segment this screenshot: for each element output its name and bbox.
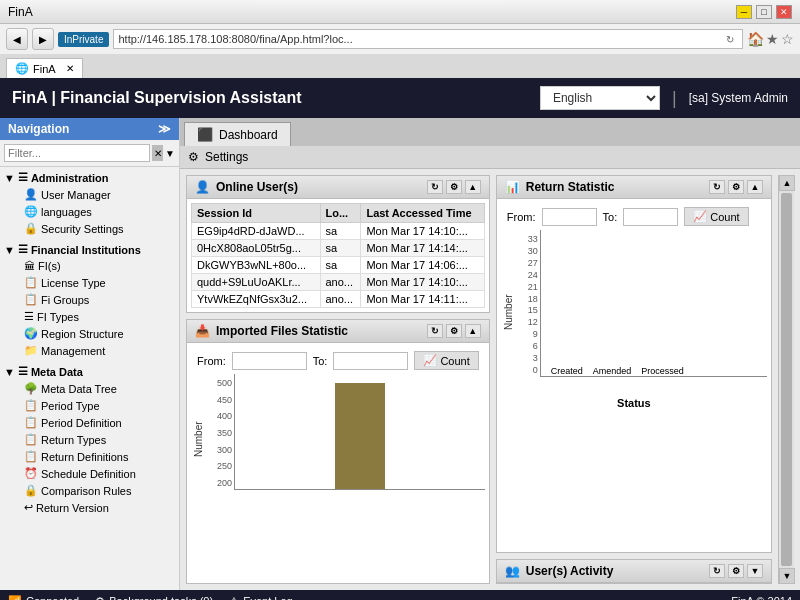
chart-icon: 📈 [423, 354, 437, 367]
cell-session: qudd+S9LuUoAKLr... [192, 274, 321, 291]
refresh-button[interactable]: ↻ [722, 34, 738, 45]
back-button[interactable]: ◀ [6, 28, 28, 50]
sidebar-item-fi-types[interactable]: ☰ FI Types [4, 308, 175, 325]
panel-expand-button[interactable]: ▲ [747, 180, 763, 194]
scroll-thumb[interactable] [781, 193, 792, 566]
sidebar-item-security-settings[interactable]: 🔒 Security Settings [4, 220, 175, 237]
period-type-icon: 📋 [24, 399, 38, 412]
panel-config-button[interactable]: ⚙ [728, 564, 744, 578]
warning-icon: ⚠ [229, 595, 239, 601]
item-label: Period Definition [41, 417, 122, 429]
imported-files-panel: 📥 Imported Files Statistic ↻ ⚙ ▲ From: [186, 319, 490, 584]
sidebar-item-languages[interactable]: 🌐 languages [4, 203, 175, 220]
sidebar-item-financial-institutions[interactable]: ▼ ☰ Financial Institutions [4, 241, 175, 258]
sidebar-item-region-structure[interactable]: 🌍 Region Structure [4, 325, 175, 342]
panel-config-button[interactable]: ⚙ [446, 324, 462, 338]
event-log-status[interactable]: ⚠ Event Log [229, 595, 293, 601]
sidebar-item-meta-data[interactable]: ▼ ☰ Meta Data [4, 363, 175, 380]
language-select[interactable]: English [540, 86, 660, 110]
expand-icon: ▼ [4, 366, 15, 378]
sidebar-item-fi-groups[interactable]: 📋 Fi Groups [4, 291, 175, 308]
count-label: Count [710, 211, 739, 223]
x-axis-label: Status [501, 397, 767, 409]
cell-time: Mon Mar 17 14:11:... [361, 291, 484, 308]
sidebar-filter-input[interactable] [4, 144, 150, 162]
user-activity-panel: 👥 User(s) Activity ↻ ⚙ ▼ [496, 559, 772, 584]
return-from-date[interactable] [542, 208, 597, 226]
panels-row: 👤 Online User(s) ↻ ⚙ ▲ [180, 169, 800, 590]
favorites-icon[interactable]: ☆ [781, 31, 794, 47]
maximize-button[interactable]: □ [756, 5, 772, 19]
sidebar-item-return-version[interactable]: ↩ Return Version [4, 499, 175, 516]
return-to-date[interactable] [623, 208, 678, 226]
sidebar: Navigation ≫ ✕ ▼ ▼ ☰ Administration 👤 Us… [0, 118, 180, 590]
count-button[interactable]: 📈 Count [414, 351, 478, 370]
to-date-input[interactable] [333, 352, 408, 370]
panel-config-button[interactable]: ⚙ [446, 180, 462, 194]
sidebar-item-return-types[interactable]: 📋 Return Types [4, 431, 175, 448]
tab-close-icon[interactable]: ✕ [66, 63, 74, 74]
panel-refresh-button[interactable]: ↻ [709, 564, 725, 578]
tab-dashboard[interactable]: ⬛ Dashboard [184, 122, 291, 146]
sidebar-item-user-manager[interactable]: 👤 User Manager [4, 186, 175, 203]
mgmt-icon: 📁 [24, 344, 38, 357]
home-icon[interactable]: 🏠 [747, 31, 764, 47]
import-bar [335, 383, 385, 489]
sidebar-item-license-type[interactable]: 📋 License Type [4, 274, 175, 291]
table-row[interactable]: YtvWkEZqNfGsx3u2... ano... Mon Mar 17 14… [192, 291, 485, 308]
expand-icon[interactable]: ▼ [165, 148, 175, 159]
from-date-input[interactable] [232, 352, 307, 370]
minimize-button[interactable]: ─ [736, 5, 752, 19]
filter-clear-button[interactable]: ✕ [152, 145, 163, 161]
browser-tab[interactable]: 🌐 FinA ✕ [6, 58, 83, 78]
sidebar-item-meta-data-tree[interactable]: 🌳 Meta Data Tree [4, 380, 175, 397]
tab-favicon: 🌐 [15, 62, 29, 75]
sidebar-item-comparison-rules[interactable]: 🔒 Comparison Rules [4, 482, 175, 499]
table-row[interactable]: DkGWYB3wNL+80o... sa Mon Mar 17 14:06:..… [192, 257, 485, 274]
table-row[interactable]: 0HcX808aoL05tr5g... sa Mon Mar 17 14:14:… [192, 240, 485, 257]
table-row[interactable]: qudd+S9LuUoAKLr... ano... Mon Mar 17 14:… [192, 274, 485, 291]
scroll-down-button[interactable]: ▼ [779, 568, 795, 584]
scroll-up-button[interactable]: ▲ [779, 175, 795, 191]
sidebar-item-schedule-definition[interactable]: ⏰ Schedule Definition [4, 465, 175, 482]
sidebar-collapse-button[interactable]: ≫ [158, 122, 171, 136]
sidebar-title: Navigation [8, 122, 69, 136]
panel-expand-button[interactable]: ▼ [747, 564, 763, 578]
panel-refresh-button[interactable]: ↻ [427, 180, 443, 194]
y-axis-label: Number [501, 230, 516, 395]
sidebar-item-administration[interactable]: ▼ ☰ Administration [4, 169, 175, 186]
star-icon[interactable]: ★ [766, 31, 779, 47]
sidebar-item-period-type[interactable]: 📋 Period Type [4, 397, 175, 414]
right-scrollbar[interactable]: ▲ ▼ [778, 175, 794, 584]
background-tasks-status[interactable]: ⚙ Background tasks (0) [95, 595, 213, 601]
online-users-table: Session Id Lo... Last Accessed Time EG9i… [191, 203, 485, 308]
expand-icon: ▼ [4, 172, 15, 184]
app-header: FinA | Financial Supervision Assistant E… [0, 78, 800, 118]
forward-button[interactable]: ▶ [32, 28, 54, 50]
fi-icon: 🏛 [24, 260, 35, 272]
url-bar[interactable]: http://146.185.178.108:8080/fina/App.htm… [113, 29, 743, 49]
sidebar-item-management[interactable]: 📁 Management [4, 342, 175, 359]
panel-refresh-button[interactable]: ↻ [427, 324, 443, 338]
security-icon: 🔒 [24, 222, 38, 235]
return-count-button[interactable]: 📈 Count [684, 207, 748, 226]
table-row[interactable]: EG9ip4dRD-dJaWD... sa Mon Mar 17 14:10:.… [192, 223, 485, 240]
close-button[interactable]: ✕ [776, 5, 792, 19]
panel-header-icons: ↻ ⚙ ▲ [427, 324, 481, 338]
sidebar-item-return-definitions[interactable]: 📋 Return Definitions [4, 448, 175, 465]
sidebar-item-period-definition[interactable]: 📋 Period Definition [4, 414, 175, 431]
settings-label[interactable]: Settings [205, 150, 248, 164]
col-last-accessed: Last Accessed Time [361, 204, 484, 223]
panel-expand-button[interactable]: ▲ [465, 324, 481, 338]
return-statistic-title: Return Statistic [526, 180, 615, 194]
y-axis-ticks: 500 450 400 350 300 250 200 [206, 374, 234, 504]
imported-files-title: Imported Files Statistic [216, 324, 348, 338]
panel-refresh-button[interactable]: ↻ [709, 180, 725, 194]
imported-files-panel-header: 📥 Imported Files Statistic ↻ ⚙ ▲ [187, 320, 489, 343]
item-label: Meta Data Tree [41, 383, 117, 395]
browser-title: FinA [8, 5, 33, 19]
panel-expand-button[interactable]: ▲ [465, 180, 481, 194]
panel-config-button[interactable]: ⚙ [728, 180, 744, 194]
sidebar-item-fi[interactable]: 🏛 FI(s) [4, 258, 175, 274]
group-label: Administration [31, 172, 109, 184]
